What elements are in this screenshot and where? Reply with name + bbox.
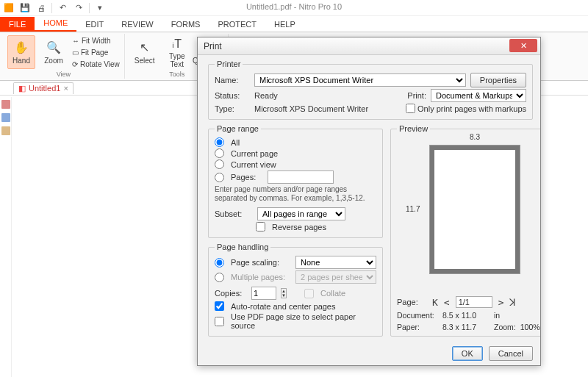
zoom-icon: 🔍 — [46, 40, 61, 55]
bookmarks-icon[interactable] — [1, 100, 10, 109]
range-current-page-radio[interactable] — [215, 148, 224, 158]
page-handling-group: Page handling Page scaling: None Multipl… — [208, 243, 383, 337]
copies-input[interactable] — [251, 287, 276, 300]
print-content-label: Print: — [407, 91, 426, 100]
ok-button[interactable]: OK — [452, 346, 483, 361]
range-hint: Enter page numbers and/or page ranges se… — [215, 185, 376, 203]
last-page-icon[interactable]: ꓘ — [509, 297, 516, 308]
page-label: Page: — [397, 298, 426, 306]
scaling-select[interactable]: None — [295, 256, 376, 269]
rotate-icon: ⟳ — [72, 60, 78, 68]
attachments-icon[interactable] — [1, 126, 10, 135]
name-label: Name: — [215, 76, 250, 85]
use-pdf-size-checkbox[interactable] — [215, 317, 224, 326]
preview-group: Preview 8.3 11.7 Page: K < 1/1 > ꓘ Do — [390, 124, 540, 337]
prev-page-icon[interactable]: < — [444, 297, 450, 308]
undo-icon[interactable]: ↶ — [57, 2, 68, 14]
close-tab-icon[interactable]: × — [63, 84, 68, 93]
print-icon[interactable]: 🖨 — [35, 2, 47, 14]
save-icon[interactable]: 💾 — [19, 2, 31, 14]
subset-select[interactable]: All pages in range — [257, 207, 345, 220]
page-range-group: Page range All Current page Current view… — [208, 124, 383, 238]
subset-label: Subset: — [215, 209, 253, 218]
cursor-icon: ↖ — [137, 40, 152, 55]
cancel-button[interactable]: Cancel — [489, 346, 533, 361]
reverse-checkbox[interactable] — [256, 222, 265, 231]
type-text-button[interactable]: ᵢTType Text — [163, 35, 191, 69]
type-text-icon: ᵢT — [170, 36, 184, 51]
fit-page-icon: ▭ — [72, 49, 79, 57]
select-button[interactable]: ↖Select — [131, 35, 159, 69]
status-label: Status: — [215, 91, 250, 100]
multiple-radio[interactable] — [215, 273, 224, 282]
fit-width-button[interactable]: ↔Fit Width — [72, 35, 120, 46]
zoom-button[interactable]: 🔍Zoom — [40, 35, 68, 69]
copies-label: Copies: — [215, 289, 247, 298]
preview-area: 8.3 11.7 — [397, 136, 540, 290]
range-pages-radio[interactable] — [215, 173, 224, 182]
tab-forms[interactable]: FORMS — [162, 17, 209, 32]
redo-icon[interactable]: ↷ — [73, 2, 85, 14]
rotate-view-button[interactable]: ⟳Rotate View — [72, 59, 120, 70]
dialog-titlebar: Print ✕ — [198, 37, 540, 55]
document-tab[interactable]: ◧ Untitled1 × — [13, 82, 74, 94]
properties-button[interactable]: Properties — [470, 73, 526, 87]
close-button[interactable]: ✕ — [509, 39, 537, 52]
multiple-select: 2 pages per sheet — [295, 270, 376, 284]
pdf-icon: ◧ — [18, 84, 26, 93]
tab-home[interactable]: HOME — [35, 15, 76, 32]
fit-page-button[interactable]: ▭Fit Page — [72, 47, 120, 58]
close-icon: ✕ — [520, 41, 527, 51]
auto-rotate-checkbox[interactable] — [215, 301, 224, 311]
pages-icon[interactable] — [1, 113, 10, 122]
page-indicator[interactable]: 1/1 — [456, 296, 492, 308]
tab-help[interactable]: HELP — [265, 17, 304, 32]
range-all-radio[interactable] — [215, 137, 224, 147]
first-page-icon[interactable]: K — [432, 297, 438, 308]
copies-stepper[interactable]: ▲▼ — [281, 288, 287, 298]
next-page-icon[interactable]: > — [498, 297, 504, 308]
print-dialog: Print ✕ Printer Name: Microsoft XPS Docu… — [197, 37, 541, 366]
tab-edit[interactable]: EDIT — [76, 17, 112, 32]
ribbon-tabs: FILE HOME EDIT REVIEW FORMS PROTECT HELP — [0, 16, 588, 32]
group-view-label: View — [57, 71, 71, 78]
preview-height: 11.7 — [406, 205, 420, 213]
fit-width-icon: ↔ — [72, 37, 79, 45]
dialog-footer: OK Cancel — [198, 342, 540, 365]
hand-icon: ✋ — [14, 40, 29, 55]
range-current-view-radio[interactable] — [215, 159, 224, 169]
hand-button[interactable]: ✋Hand — [7, 35, 35, 69]
pages-input[interactable] — [268, 170, 334, 184]
tab-file[interactable]: FILE — [0, 17, 35, 32]
only-markups-checkbox[interactable] — [406, 104, 415, 113]
dialog-title: Print — [204, 41, 222, 51]
printer-group: Printer Name: Microsoft XPS Document Wri… — [208, 60, 533, 120]
print-content-select[interactable]: Document & Markups — [431, 89, 526, 102]
dropdown-icon[interactable]: ▾ — [94, 2, 106, 14]
status-value: Ready — [254, 91, 278, 100]
group-tools-label: Tools — [169, 71, 184, 78]
side-panel — [0, 97, 12, 377]
only-markups-label: Only print pages with markups — [417, 104, 526, 113]
type-label: Type: — [215, 104, 250, 113]
window-title: Untitled1.pdf - Nitro Pro 10 — [0, 2, 588, 11]
quick-access-bar: 🟧 💾 🖨 ↶ ↷ ▾ Untitled1.pdf - Nitro Pro 10 — [0, 0, 588, 16]
preview-page — [429, 145, 520, 274]
app-icon: 🟧 — [3, 2, 15, 14]
collate-checkbox — [304, 289, 314, 298]
printer-select[interactable]: Microsoft XPS Document Writer — [254, 73, 466, 87]
scaling-radio[interactable] — [215, 258, 224, 268]
tab-review[interactable]: REVIEW — [112, 17, 162, 32]
preview-width: 8.3 — [429, 133, 520, 141]
type-value: Microsoft XPS Document Writer — [254, 104, 368, 113]
tab-protect[interactable]: PROTECT — [209, 17, 265, 32]
